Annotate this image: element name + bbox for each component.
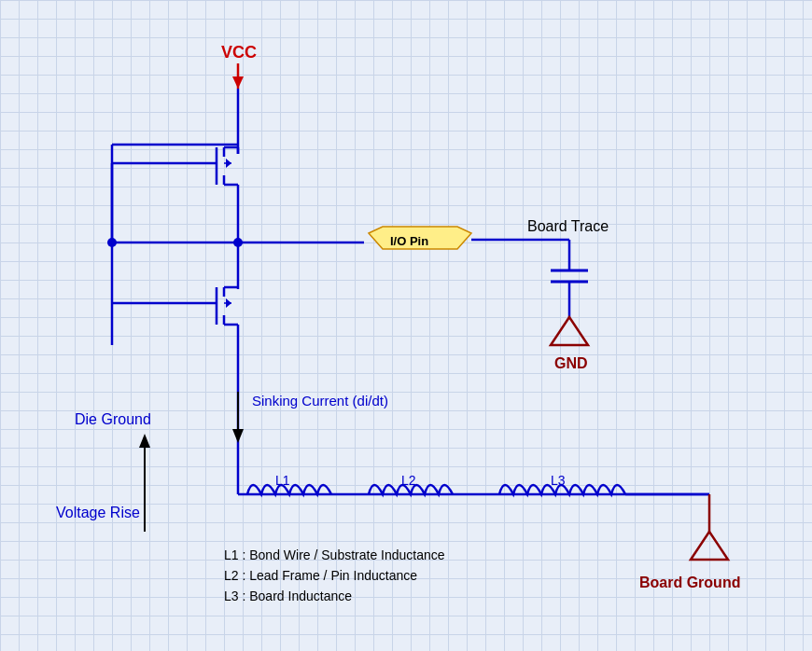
legend-l1: L1 : Bond Wire / Substrate Inductance (224, 547, 445, 562)
svg-marker-1 (232, 76, 244, 89)
io-pin-label: I/O Pin (390, 234, 428, 248)
board-trace-label: Board Trace (527, 218, 609, 234)
legend-l3: L3 : Board Inductance (224, 589, 352, 603)
svg-marker-49 (139, 434, 150, 448)
die-ground-label: Die Ground (75, 411, 151, 427)
svg-marker-47 (551, 317, 588, 345)
board-ground-label: Board Ground (639, 575, 740, 590)
voltage-rise-label: Voltage Rise (56, 505, 140, 520)
gnd-label: GND (554, 355, 588, 371)
svg-marker-39 (691, 532, 728, 560)
svg-marker-35 (232, 429, 244, 443)
vcc-label: VCC (221, 43, 257, 62)
sinking-current-label: Sinking Current (di/dt) (252, 393, 388, 409)
legend-l2: L2 : Lead Frame / Pin Inductance (224, 568, 417, 583)
